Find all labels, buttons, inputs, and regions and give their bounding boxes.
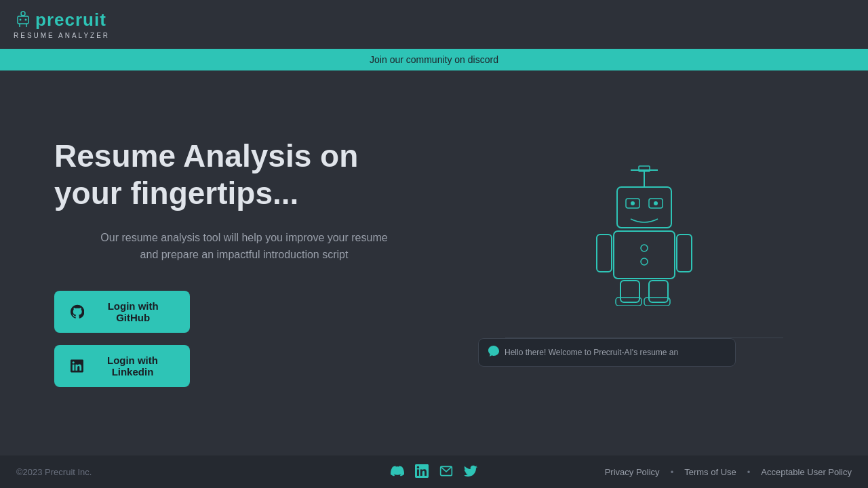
svg-rect-18: [597, 235, 612, 272]
hero-title: Resume Analysis on your fingertips...: [54, 138, 434, 212]
left-section: Resume Analysis on your fingertips... Ou…: [54, 138, 434, 399]
acceptable-user-policy-link[interactable]: Acceptable User Policy: [761, 467, 852, 477]
svg-point-3: [25, 19, 27, 21]
terms-of-use-link[interactable]: Terms of Use: [684, 467, 736, 477]
separator-1: •: [671, 467, 674, 477]
linkedin-btn-label: Login with Linkedin: [92, 354, 174, 378]
robot-icon: [14, 9, 33, 30]
right-section: Hello there! Welcome to Precruit-AI's re…: [475, 163, 814, 373]
svg-rect-15: [614, 231, 675, 279]
svg-point-2: [20, 19, 22, 21]
discord-banner[interactable]: Join our community on discord: [0, 49, 868, 70]
svg-rect-1: [18, 16, 28, 24]
svg-point-13: [631, 201, 635, 205]
discord-banner-text: Join our community on discord: [370, 54, 498, 65]
chat-bot-icon: [488, 346, 499, 359]
main-content: Resume Analysis on your fingertips... Ou…: [0, 70, 868, 453]
email-icon[interactable]: [439, 464, 453, 480]
svg-point-17: [641, 258, 648, 265]
svg-point-16: [641, 245, 648, 251]
chat-bubble: Hello there! Welcome to Precruit-AI's re…: [478, 338, 736, 367]
logo-subtitle: RESUME ANALYZER: [14, 32, 110, 39]
footer: ©2023 Precruit Inc. Pr: [0, 455, 868, 488]
svg-rect-20: [620, 281, 639, 302]
linkedin-footer-icon[interactable]: [415, 464, 429, 480]
footer-links: Privacy Policy • Terms of Use • Acceptab…: [605, 467, 852, 477]
github-btn-label: Login with GitHub: [92, 300, 174, 323]
chat-message: Hello there! Welcome to Precruit-AI's re…: [505, 348, 678, 357]
svg-point-14: [654, 201, 658, 205]
robot-wrapper: Hello there! Welcome to Precruit-AI's re…: [492, 163, 797, 373]
header: precruit RESUME ANALYZER: [0, 0, 868, 49]
github-icon: [71, 304, 84, 319]
privacy-policy-link[interactable]: Privacy Policy: [605, 467, 660, 477]
logo-area: precruit RESUME ANALYZER: [14, 9, 110, 39]
github-login-button[interactable]: Login with GitHub: [54, 291, 190, 333]
logo-text: precruit: [35, 9, 106, 30]
footer-copyright: ©2023 Precruit Inc.: [16, 467, 92, 477]
hero-subtitle: Our resume analysis tool will help you i…: [54, 229, 434, 264]
twitter-icon[interactable]: [464, 464, 477, 480]
svg-rect-21: [649, 281, 668, 302]
discord-icon[interactable]: [391, 464, 404, 480]
linkedin-icon: [71, 359, 83, 373]
svg-rect-10: [617, 187, 671, 228]
footer-icons: [391, 464, 477, 480]
robot-illustration: [583, 163, 705, 306]
svg-point-0: [21, 12, 25, 16]
svg-rect-19: [677, 235, 692, 272]
separator-2: •: [747, 467, 751, 477]
logo-top: precruit: [14, 9, 106, 30]
linkedin-login-button[interactable]: Login with Linkedin: [54, 345, 190, 387]
